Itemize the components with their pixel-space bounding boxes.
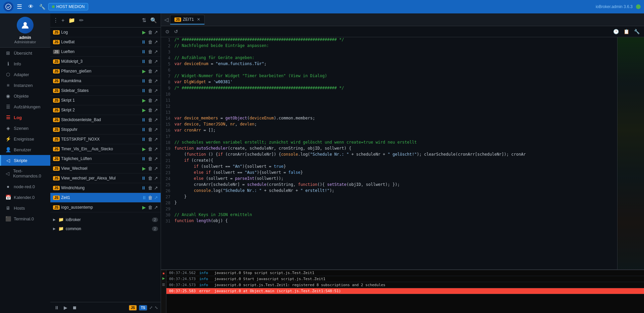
script-item-lueften[interactable]: JS Lueften ⏸ 🗑 ↗ xyxy=(50,47,161,57)
host-button[interactable]: HOST MEDION xyxy=(48,3,88,10)
pause-icon[interactable]: ⏸ xyxy=(141,175,146,181)
play-icon[interactable]: ▶ xyxy=(142,107,146,113)
play-icon[interactable]: ▶ xyxy=(142,98,146,103)
export-icon[interactable]: ↗ xyxy=(154,78,158,84)
export-icon[interactable]: ↗ xyxy=(154,98,158,103)
tools-button[interactable]: 🔧 xyxy=(633,28,641,35)
export-icon[interactable]: ↗ xyxy=(154,39,158,45)
add-folder-button[interactable]: 📁 xyxy=(67,16,76,24)
export-icon[interactable]: ↗ xyxy=(154,166,158,171)
script-item-testskript[interactable]: JS TESTSKRIPT_NOXX ⏸ 🗑 ↗ xyxy=(50,135,161,144)
code-editor[interactable]: 1 /* ###################################… xyxy=(161,37,617,269)
pause-icon[interactable]: ⏸ xyxy=(141,88,146,93)
log-stop-icon[interactable]: ■ xyxy=(162,271,164,275)
play-all-button[interactable]: ▶ xyxy=(62,304,69,311)
play-icon[interactable]: ▶ xyxy=(142,68,146,74)
sidebar-item-adapter[interactable]: ⬡ Adapter xyxy=(0,69,50,80)
delete-icon[interactable]: 🗑 xyxy=(148,127,153,132)
delete-icon[interactable]: 🗑 xyxy=(148,68,153,74)
collapse-button[interactable]: ⤡ xyxy=(155,305,158,310)
pause-icon[interactable]: ⏸ xyxy=(141,78,146,84)
delete-icon[interactable]: 🗑 xyxy=(148,117,153,122)
export-icon[interactable]: ↗ xyxy=(154,146,158,152)
sidebar-item-ereignisse[interactable]: ⚡ Ereignisse xyxy=(0,134,50,144)
sidebar-item-instanzen[interactable]: ≡ Instanzen xyxy=(0,80,50,91)
script-item-view-wechsel[interactable]: JS View_Wechsel ▶ 🗑 ↗ xyxy=(50,164,161,173)
export-icon-active[interactable]: ↗ xyxy=(154,195,158,200)
sidebar-item-log[interactable]: ☰ Log xyxy=(0,112,50,123)
tab-close-button[interactable]: ✕ xyxy=(197,17,200,22)
pause-icon[interactable]: ⏸ xyxy=(141,39,146,45)
sidebar-item-benutzer[interactable]: 👤 Benutzer xyxy=(0,144,50,155)
pause-all-button[interactable]: ⏸ xyxy=(53,304,60,311)
copy-button[interactable]: 📋 xyxy=(623,28,630,35)
sidebar-item-terminal[interactable]: ⬛ Terminal.0 xyxy=(0,213,50,224)
delete-icon[interactable]: 🗑 xyxy=(148,185,153,191)
sidebar-item-node-red[interactable]: ● node-red.0 xyxy=(0,181,50,192)
delete-icon[interactable]: 🗑 xyxy=(148,88,153,93)
delete-icon[interactable]: 🗑 xyxy=(148,175,153,181)
sidebar-item-info[interactable]: ℹ Info xyxy=(0,58,50,69)
script-item-steckdose[interactable]: JS Steckdosenleiste_Bad ⏸ 🗑 ↗ xyxy=(50,115,161,125)
menu-icon[interactable]: ☰ xyxy=(17,3,22,10)
script-item-timer-vis[interactable]: JS Timer_Vis_Ein__Aus_Stecko ▶ 🗑 ↗ xyxy=(50,144,161,154)
delete-icon-log[interactable]: 🗑 xyxy=(148,30,153,35)
script-item-log[interactable]: JS Log ▶ 🗑 ↗ xyxy=(50,28,161,37)
export-icon[interactable]: ↗ xyxy=(154,175,158,181)
sidebar-item-kalender[interactable]: 📅 Kalender.0 xyxy=(0,192,50,203)
script-item-zeit1[interactable]: JS Zeit1 ⏸ 🗑 ↗ xyxy=(50,193,161,203)
pause-icon[interactable]: ⏸ xyxy=(141,156,146,161)
location-button[interactable]: ⊙ xyxy=(164,28,170,35)
back-button[interactable]: ◁ xyxy=(163,15,170,24)
ts-lang-button[interactable]: TS xyxy=(139,305,147,311)
sidebar-item-uebersicht[interactable]: ⊞ Übersicht xyxy=(0,48,50,58)
export-icon[interactable]: ↗ xyxy=(154,156,158,161)
export-icon[interactable]: ↗ xyxy=(154,49,158,54)
folder-iobroker[interactable]: ▶ 📁 ioBroker 2 xyxy=(50,215,161,224)
export-icon-log[interactable]: ↗ xyxy=(154,30,158,35)
delete-icon[interactable]: 🗑 xyxy=(148,205,153,210)
play-icon-log[interactable]: ▶ xyxy=(142,30,146,35)
delete-icon-active[interactable]: 🗑 xyxy=(148,195,153,200)
sidebar-item-skripte[interactable]: ◁ Skripte xyxy=(0,155,50,166)
add-script-button[interactable]: + xyxy=(60,16,65,24)
export-icon[interactable]: ↗ xyxy=(154,117,158,122)
export-icon[interactable]: ↗ xyxy=(154,59,158,64)
editor-tab-zeit1[interactable]: JS ZEIT1 ✕ xyxy=(170,15,205,24)
delete-icon[interactable]: 🗑 xyxy=(148,59,153,64)
export-icon[interactable]: ↗ xyxy=(154,205,158,210)
delete-icon[interactable]: 🗑 xyxy=(148,49,153,54)
pause-icon[interactable]: ⏸ xyxy=(141,117,146,122)
export-icon[interactable]: ↗ xyxy=(154,127,158,132)
delete-icon[interactable]: 🗑 xyxy=(148,39,153,45)
play-icon[interactable]: ▶ xyxy=(142,205,146,210)
delete-icon[interactable]: 🗑 xyxy=(148,137,153,142)
edit-button[interactable]: ✏ xyxy=(78,16,85,24)
delete-icon[interactable]: 🗑 xyxy=(148,166,153,171)
sidebar-item-text-kommandos[interactable]: ◁ Text-Kommandos.0 xyxy=(0,166,50,181)
export-icon[interactable]: ↗ xyxy=(154,185,158,191)
sidebar-item-szenen[interactable]: ◈ Szenen xyxy=(0,123,50,134)
script-item-taegliches[interactable]: JS Tägliches_Lüften ⏸ 🗑 ↗ xyxy=(50,154,161,164)
delete-icon[interactable]: 🗑 xyxy=(148,98,153,103)
sort-button[interactable]: ⇅ xyxy=(141,16,147,24)
script-item-lowbat[interactable]: JS LowBat ⏸ 🗑 ↗ xyxy=(50,37,161,47)
script-item-skript1[interactable]: JS Skript 1 ▶ 🗑 ↗ xyxy=(50,96,161,105)
delete-icon[interactable]: 🗑 xyxy=(148,78,153,84)
export-icon[interactable]: ↗ xyxy=(154,107,158,113)
pause-icon-active[interactable]: ⏸ xyxy=(142,195,147,200)
script-item-raumklima[interactable]: JS Raumklima ⏸ 🗑 ↗ xyxy=(50,76,161,86)
play-icon[interactable]: ▶ xyxy=(142,146,146,152)
log-menu-icon[interactable]: ☰ xyxy=(162,283,165,286)
history-button[interactable]: 🕐 xyxy=(612,28,620,35)
refresh-button[interactable]: ↺ xyxy=(173,28,179,35)
expand-button[interactable]: ⤢ xyxy=(149,305,153,310)
sidebar-item-objekte[interactable]: ◉ Objekte xyxy=(0,91,50,101)
export-icon[interactable]: ↗ xyxy=(154,137,158,142)
eye-icon[interactable]: 👁 xyxy=(28,4,34,10)
pause-icon[interactable]: ⏸ xyxy=(141,137,146,142)
script-item-windrichtung[interactable]: JS Windrichtung ⏸ 🗑 ↗ xyxy=(50,183,161,193)
script-item-pflanzen[interactable]: JS Pflanzen_gießen ▶ 🗑 ↗ xyxy=(50,66,161,76)
script-item-iogo[interactable]: JS iogo_aussentemp ▶ 🗑 ↗ xyxy=(50,203,161,212)
delete-icon[interactable]: 🗑 xyxy=(148,107,153,113)
